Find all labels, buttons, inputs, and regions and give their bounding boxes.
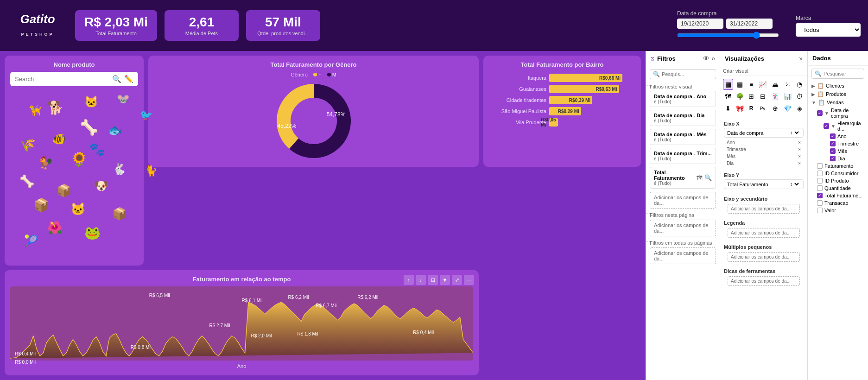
filter-page-dots[interactable]: ···	[646, 209, 720, 218]
viz-expand-btn[interactable]: »	[799, 55, 803, 62]
filter-item-icons: 🗺 🔍	[697, 174, 712, 181]
tree-check-quantidade[interactable]	[817, 185, 823, 191]
filter-all-dots[interactable]: ···	[646, 237, 720, 246]
filter-item-4: Total Faturamento é (Tudo) 🗺 🔍	[650, 167, 716, 189]
viz-icon-stacked-bar[interactable]: ▤	[734, 79, 746, 90]
filter-add-visual-btn[interactable]: Adicionar os campos de da...	[650, 192, 716, 209]
tree-check-transacao[interactable]	[817, 200, 823, 206]
viz-icon-card[interactable]: 🃏	[769, 91, 781, 102]
filters-eye-btn[interactable]: 👁	[703, 55, 710, 62]
viz-icon-matrix[interactable]: ⊟	[757, 91, 768, 102]
viz-icon-more2[interactable]: 💎	[782, 103, 793, 114]
tree-check-hierarquia[interactable]: ✓	[824, 123, 829, 129]
viz-icon-scatter[interactable]: ⁙	[782, 79, 793, 90]
tree-check-ano[interactable]: ✓	[830, 133, 836, 139]
tree-check-id-consumidor[interactable]	[817, 171, 823, 176]
tree-quantidade[interactable]: Quantidade	[808, 184, 868, 192]
filter-add-page-btn[interactable]: Adicionar os campos de da...	[650, 220, 716, 236]
viz-icon-line[interactable]: 📈	[757, 79, 768, 90]
viz-icon-gauge[interactable]: ⏱	[794, 91, 805, 102]
tree-trimestre[interactable]: ✓ Trimestre	[808, 140, 868, 147]
tree-id-produto[interactable]: ID Produto	[808, 177, 868, 184]
date-range-slider[interactable]	[677, 32, 779, 39]
viz-panel-title: Visualizações	[725, 55, 764, 62]
tree-mes[interactable]: ✓ Mês	[808, 147, 868, 155]
viz-icon-pie[interactable]: ◔	[794, 79, 805, 90]
tree-produtos[interactable]: ▶ 📋 Produtos	[808, 90, 868, 98]
tree-arrow-produtos: ▶	[811, 92, 815, 97]
timeline-sort-asc[interactable]: ↑	[404, 275, 414, 285]
tree-hierarquia[interactable]: ✓ ▼ Hierarquia d...	[808, 120, 868, 133]
data-search[interactable]: 🔍	[811, 69, 864, 79]
tree-valor[interactable]: Valor	[808, 207, 868, 214]
filter-item-1: Data de compra - Dia é (Tudo)	[650, 110, 716, 126]
viz-icon-tree[interactable]: 🌳	[734, 91, 746, 102]
date-start-input[interactable]	[677, 19, 723, 29]
timeline-more[interactable]: ···	[464, 275, 474, 285]
filter-search[interactable]: 🔍	[650, 69, 716, 79]
viz-icon-table[interactable]: ⊞	[747, 91, 756, 102]
tree-faturamento[interactable]: Faturamento	[808, 162, 868, 170]
tree-check-dia[interactable]: ✓	[830, 156, 836, 161]
tree-label-id-produto: ID Produto	[824, 178, 849, 184]
tree-transacao[interactable]: Transacao	[808, 199, 868, 207]
viz-fields-section: Eixo X Data de compra ↕ × Ano× Trimestre…	[720, 117, 807, 289]
timeline-filter[interactable]: ▼	[440, 275, 450, 285]
tree-check-mes[interactable]: ✓	[830, 148, 836, 154]
timeline-expand[interactable]: ⤢	[452, 275, 462, 285]
viz-icon-clustered-bar[interactable]: ≡	[747, 79, 756, 90]
pet-icon-6: 🐟	[108, 123, 122, 138]
data-panel-title: Dados	[812, 55, 831, 62]
bar-value-4: R$0,05 Mi	[541, 117, 556, 127]
viz-icon-area[interactable]: ⛰	[769, 79, 781, 90]
viz-add-dicas-btn[interactable]: Adicionar os campos de da...	[728, 276, 800, 286]
tree-ano[interactable]: ✓ Ano	[808, 133, 868, 140]
brand-select[interactable]: Todos	[796, 23, 861, 37]
tree-check-trimestre[interactable]: ✓	[830, 141, 836, 146]
tree-check-total-faturamento[interactable]: ✓	[817, 193, 823, 198]
viz-icon-map[interactable]: 🗺	[723, 91, 733, 102]
tree-check-valor[interactable]	[817, 208, 823, 213]
viz-icons-grid: ▦ ▤ ≡ 📈 ⛰ ⁙ ◔ ◎ 🗺 🌳 ⊞ ⊟ 🃏 📊 ⏱ ⌵ ⬇ 🎀 R Py	[720, 76, 807, 117]
viz-icon-more1[interactable]: ⊕	[769, 103, 781, 114]
timeline-annotation-6: R$ 2,7 Mil	[209, 323, 230, 328]
timeline-annotation-7: R$ 2,0 Mil	[251, 333, 272, 338]
filter-search-input[interactable]	[662, 71, 720, 77]
viz-icon-kpi[interactable]: 📊	[782, 91, 793, 102]
viz-icon-more3[interactable]: ◈	[794, 103, 805, 114]
viz-eixo-y-label: Eixo Y	[724, 172, 804, 178]
tree-total-faturamento[interactable]: ✓ Total Faturame...	[808, 192, 868, 199]
data-search-input[interactable]	[824, 71, 868, 76]
tree-data-compra[interactable]: ✓ ▼ Data de compra	[808, 107, 868, 120]
tree-clientes[interactable]: ▶ 📋 Clientes	[808, 82, 868, 90]
viz-icon-py[interactable]: Py	[757, 103, 768, 114]
viz-add-legenda-btn[interactable]: Adicionar os campos de da...	[728, 228, 800, 238]
viz-icon-waterfall[interactable]: ⬇	[723, 103, 733, 114]
filters-expand-btn[interactable]: »	[711, 55, 715, 62]
viz-add-eixo-y-sec-btn[interactable]: Adicionar os campos de da...	[728, 204, 800, 214]
tree-dia[interactable]: ✓ Dia	[808, 155, 868, 162]
timeline-sort-desc[interactable]: ↓	[416, 275, 426, 285]
product-search-input[interactable]	[15, 76, 112, 82]
bar-label-0: Itaquera	[489, 75, 549, 81]
date-end-input[interactable]	[726, 19, 773, 29]
tree-check-data-compra[interactable]: ✓	[817, 110, 823, 116]
filter-section-dots[interactable]: ···	[646, 81, 720, 89]
viz-eixo-y-select[interactable]: ↕ ×	[788, 181, 800, 187]
timeline-chart-card: Faturamento em relação ao tempo ↑ ↓ ⊞ ▼ …	[5, 270, 479, 375]
timeline-grid[interactable]: ⊞	[428, 275, 438, 285]
bar-fill-4: R$0,05 Mi	[549, 118, 558, 127]
tree-id-consumidor[interactable]: ID Consumidor	[808, 170, 868, 177]
tree-check-id-produto[interactable]	[817, 178, 823, 184]
viz-add-multiplos-btn[interactable]: Adicionar os campos de da...	[728, 252, 800, 262]
tree-vendas[interactable]: ▼ 📋 Vendas	[808, 98, 868, 107]
viz-icon-bar[interactable]: ▦	[723, 79, 733, 90]
viz-eixo-x-select[interactable]: ↕ ×	[788, 130, 800, 136]
tree-label-vendas: Vendas	[827, 100, 844, 105]
filter-add-all-btn[interactable]: Adicionar os campos de da...	[650, 247, 716, 264]
product-search-bar[interactable]: 🔍 ✏️	[10, 72, 138, 86]
tree-check-faturamento[interactable]	[817, 163, 823, 169]
viz-icon-ribbon[interactable]: 🎀	[734, 103, 746, 114]
pet-icon-7: 🌾	[19, 137, 36, 152]
viz-icon-r[interactable]: R	[747, 103, 756, 114]
